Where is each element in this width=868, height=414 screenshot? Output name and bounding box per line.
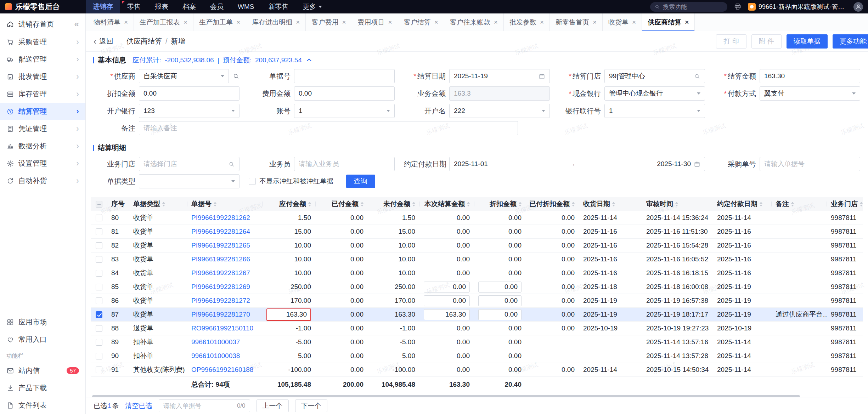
col-header-unpaid[interactable]: 未付金额	[368, 197, 419, 211]
query-button[interactable]: 查询	[346, 175, 375, 188]
pay-method-select[interactable]: 翼支付	[760, 86, 860, 101]
close-icon[interactable]: ×	[540, 18, 544, 26]
close-icon[interactable]: ×	[434, 18, 438, 26]
sort-icon[interactable]	[467, 202, 470, 206]
prev-button[interactable]: 上一个	[257, 399, 289, 412]
tab-fee-items[interactable]: 费用项目×	[352, 13, 398, 31]
remark-input[interactable]: 请输入备注	[139, 121, 518, 135]
settle-store-input[interactable]: 99|管理中心	[604, 69, 705, 83]
doc-number-link[interactable]: PI99661992281270	[191, 311, 250, 318]
tab-supplier-settle[interactable]: 供应商结算×	[642, 13, 695, 31]
tab-cust-account[interactable]: 客户往来账款×	[444, 13, 504, 31]
filter-store-input[interactable]: 请选择门店	[139, 157, 239, 171]
sort-icon[interactable]	[162, 202, 165, 206]
sidebar-item-market[interactable]: 应用市场	[0, 313, 85, 331]
sort-icon[interactable]	[612, 202, 615, 206]
col-header-remark[interactable]: 备注	[771, 197, 827, 211]
row-checkbox[interactable]	[96, 367, 102, 373]
account-name-select[interactable]: 222	[449, 104, 550, 118]
nav-item-more[interactable]: 更多	[295, 0, 329, 13]
sidebar-item-inventory[interactable]: 库存管理›	[0, 85, 85, 103]
doc-no-filter-input[interactable]: 请输入单据号 0/0	[159, 399, 250, 412]
sort-icon[interactable]	[361, 202, 363, 206]
more-actions-button[interactable]: 更多功能	[833, 34, 868, 49]
sort-icon[interactable]	[214, 202, 216, 206]
row-checkbox[interactable]	[96, 325, 102, 332]
col-header-select-all[interactable]	[91, 197, 107, 211]
account-select[interactable]: 1	[294, 104, 395, 118]
settle-amount-input[interactable]: 0.00	[424, 295, 470, 306]
doc-number-link[interactable]: RO99661992150110	[191, 324, 253, 332]
tab-stock-detail[interactable]: 库存进出明细×	[246, 13, 306, 31]
filter-clerk-input[interactable]: 请输入业务员	[294, 157, 395, 171]
payable-amount-input[interactable]: 163.30	[266, 308, 311, 321]
nav-item-wms[interactable]: WMS	[231, 0, 261, 13]
bank-select[interactable]: 123	[139, 104, 239, 118]
filter-doc-type-select[interactable]	[139, 174, 239, 188]
sidebar-item-files[interactable]: 文件列表	[0, 397, 85, 414]
discount-amount-input[interactable]: 0.00	[478, 282, 522, 293]
col-header-n[interactable]: 序号	[107, 197, 129, 211]
settle-amount-input[interactable]: 163.30	[424, 309, 470, 320]
tab-newretail-home[interactable]: 新零售首页×	[550, 13, 603, 31]
sidebar-item-settings[interactable]: 设置管理›	[0, 155, 85, 172]
close-icon[interactable]: ×	[236, 18, 240, 26]
col-header-recv[interactable]: 收货日期	[579, 197, 642, 211]
sidebar-home[interactable]: 进销存首页 «	[0, 15, 85, 33]
bank-code-select[interactable]: 1	[604, 104, 705, 118]
sort-icon[interactable]	[791, 202, 794, 206]
nav-item-new-retail[interactable]: 新零售	[261, 0, 295, 13]
doc-number-link[interactable]: PI99661992281264	[191, 228, 250, 236]
due-date-range-input[interactable]: 2025-11-01 → 2025-11-30	[449, 157, 705, 171]
tab-materials[interactable]: 物料清单×	[88, 13, 134, 31]
col-header-discount[interactable]: 折扣金额	[474, 197, 526, 211]
col-header-doc[interactable]: 单据号	[187, 197, 262, 211]
sidebar-item-settlement[interactable]: 结算管理›	[0, 103, 85, 120]
doc-number-link[interactable]: OP99661992160188	[191, 366, 253, 374]
nav-item-retail[interactable]: 零售	[120, 0, 148, 13]
col-header-audit[interactable]: 审核时间	[642, 197, 713, 211]
tab-prod-order[interactable]: 生产加工单×	[193, 13, 246, 31]
doc-number-link[interactable]: PI99661992281269	[191, 283, 250, 291]
sidebar-item-mail[interactable]: 站内信57	[0, 362, 85, 379]
row-checkbox[interactable]	[96, 353, 102, 359]
row-checkbox[interactable]	[96, 284, 102, 290]
attachment-button[interactable]: 附 件	[751, 34, 782, 49]
sort-icon[interactable]	[760, 202, 762, 206]
doc-number-link[interactable]: PI99661992281266	[191, 255, 250, 263]
col-header-due[interactable]: 约定付款日期	[713, 197, 771, 211]
printer-icon[interactable]	[734, 3, 742, 11]
hide-red-checkbox[interactable]	[249, 178, 256, 185]
settle-amount-input[interactable]: 0.00	[424, 282, 470, 293]
sort-icon[interactable]	[308, 202, 311, 206]
clear-selection-link[interactable]: 清空已选	[125, 401, 152, 410]
settle-date-input[interactable]: 2025-11-19	[449, 69, 550, 83]
close-icon[interactable]: ×	[494, 18, 498, 26]
cash-bank-select[interactable]: 管理中心现金银行	[604, 86, 705, 101]
sort-icon[interactable]	[675, 202, 678, 206]
store-selector[interactable]: 99661-新界面果蔬版测试-管理…	[748, 2, 847, 11]
sidebar-item-voucher[interactable]: 凭证管理›	[0, 120, 85, 137]
tab-cust-settle[interactable]: 客户结算×	[398, 13, 444, 31]
col-header-settle[interactable]: 本次结算金额	[419, 197, 474, 211]
sort-icon[interactable]	[519, 202, 522, 206]
close-icon[interactable]: ×	[184, 18, 187, 26]
sidebar-item-download[interactable]: 产品下载	[0, 379, 85, 397]
tab-cust-fee[interactable]: 客户费用×	[306, 13, 352, 31]
row-checkbox[interactable]	[96, 228, 102, 235]
sort-icon[interactable]	[860, 202, 863, 206]
col-header-type[interactable]: 单据类型	[129, 197, 187, 211]
fee-amount-input[interactable]: 0.00	[294, 86, 395, 101]
row-checkbox[interactable]	[96, 215, 102, 221]
close-icon[interactable]: ×	[632, 18, 636, 26]
doc-number-link[interactable]: PI99661992281267	[191, 269, 250, 277]
close-icon[interactable]: ×	[124, 18, 128, 26]
doc-number-link[interactable]: PI99661992281272	[191, 297, 250, 305]
tab-receipt[interactable]: 收货单×	[603, 13, 642, 31]
store-search-icon[interactable]	[694, 73, 700, 80]
sort-icon[interactable]	[572, 202, 575, 206]
filter-store-search-icon[interactable]	[228, 161, 235, 168]
nav-item-member[interactable]: 会员	[203, 0, 231, 13]
sidebar-item-wholesale[interactable]: 批发管理›	[0, 68, 85, 85]
col-header-paid_discount[interactable]: 已付折扣金额	[526, 197, 579, 211]
